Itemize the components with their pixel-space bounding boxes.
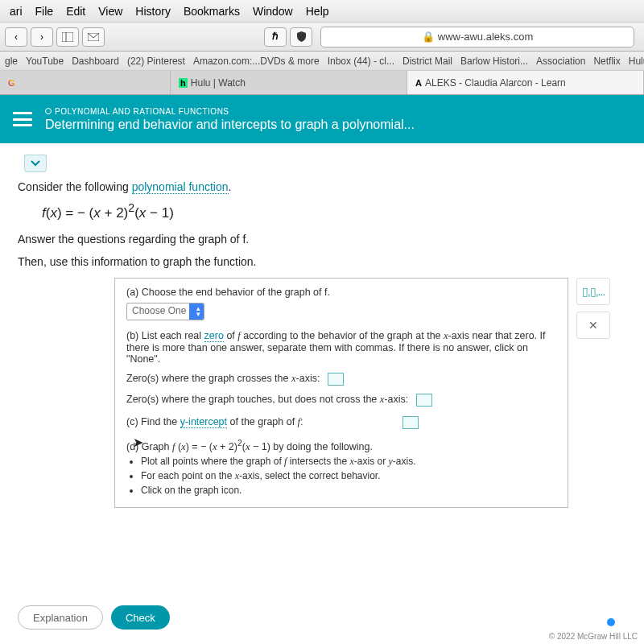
svg-rect-0	[62, 32, 73, 42]
copyright-text: © 2022 McGraw Hill LLC	[543, 629, 644, 644]
instructions-1: Answer the questions regarding the graph…	[18, 233, 626, 246]
tool-column: ▯,▯,... ✕	[576, 278, 610, 508]
address-bar[interactable]: 🔒 www-awu.aleks.com	[320, 27, 634, 47]
crosses-input[interactable]	[328, 373, 344, 386]
tab-bar: G h Hulu | Watch A ALEKS - Claudia Alarc…	[0, 71, 644, 95]
bookmark-item[interactable]: Barlow Histori...	[460, 56, 528, 67]
question-area: Consider the following polynomial functi…	[0, 143, 644, 508]
browser-toolbar: ‹ › ℏ 🔒 www-awu.aleks.com	[0, 23, 644, 52]
menu-button[interactable]	[13, 112, 32, 126]
app-name: ari	[3, 5, 29, 18]
plot-point-icon	[607, 618, 615, 626]
bookmark-item[interactable]: YouTube	[26, 56, 64, 67]
bookmark-item[interactable]: Hulu	[629, 56, 644, 67]
menu-help[interactable]: Help	[299, 5, 336, 18]
hulu-shortcut-button[interactable]: ℏ	[264, 27, 287, 47]
bookmark-item[interactable]: District Mail	[402, 56, 452, 67]
back-button[interactable]: ‹	[5, 27, 27, 47]
topic-category: POLYNOMIAL AND RATIONAL FUNCTIONS	[45, 107, 415, 116]
action-bar: Explanation Check	[18, 605, 170, 630]
hulu-icon: h	[179, 78, 188, 88]
part-b: (b) List each real zero of f according t…	[126, 330, 556, 407]
topic-header: POLYNOMIAL AND RATIONAL FUNCTIONS Determ…	[0, 95, 644, 143]
sidebar-button[interactable]	[56, 27, 79, 47]
collapse-toggle[interactable]	[24, 155, 47, 172]
part-d: (d) Graph f (x) = − (x + 2)2(x − 1) by d…	[126, 439, 556, 496]
forward-button[interactable]: ›	[31, 27, 53, 47]
part-a: (a) Choose the end behavior of the graph…	[126, 287, 556, 320]
shield-button[interactable]	[290, 27, 312, 47]
zero-link[interactable]: zero	[204, 330, 224, 342]
touches-label: Zero(s) where the graph touches, but doe…	[126, 394, 408, 405]
tab-label: Hulu | Watch	[191, 77, 246, 89]
tab-label: ALEKS - Claudia Alarcon - Learn	[425, 77, 566, 89]
aleks-icon: A	[415, 78, 422, 88]
menu-file[interactable]: File	[29, 5, 60, 18]
keypad-icon: ▯,▯,...	[582, 285, 605, 298]
envelope-icon	[88, 33, 99, 41]
bookmark-item[interactable]: Dashboard	[72, 56, 119, 67]
close-icon: ✕	[588, 319, 598, 332]
function-formula: f(x) = − (x + 2)2(x − 1)	[42, 201, 626, 221]
select-arrows-icon: ▴▾	[196, 306, 200, 317]
menu-window[interactable]: Window	[246, 5, 299, 18]
mouse-cursor-icon: ➤	[133, 435, 143, 450]
bookmark-item[interactable]: Association	[536, 56, 585, 67]
sidebar-icon	[62, 32, 73, 42]
bookmark-item[interactable]: (22) Pinterest	[127, 56, 185, 67]
shield-icon	[297, 31, 306, 42]
bookmark-item[interactable]: Netflix	[593, 56, 620, 67]
google-icon: G	[8, 78, 15, 88]
check-button[interactable]: Check	[111, 605, 170, 630]
chevron-down-icon	[31, 160, 40, 167]
answer-box: (a) Choose the end behavior of the graph…	[114, 278, 568, 508]
bullet-1: Plot all points where the graph of f int…	[141, 456, 556, 468]
instructions-2: Then, use this information to graph the …	[18, 255, 626, 268]
bookmark-item[interactable]: Amazon.com:...DVDs & more	[193, 56, 320, 67]
tab-google[interactable]: G	[0, 71, 171, 94]
crosses-label: Zero(s) where the graph crosses the x-ax…	[126, 373, 320, 384]
bookmark-item[interactable]: gle	[5, 56, 18, 67]
end-behavior-select[interactable]: Choose One ▴▾	[126, 303, 204, 320]
polynomial-function-link[interactable]: polynomial function	[132, 180, 229, 194]
bullet-icon	[45, 108, 52, 114]
explanation-button[interactable]: Explanation	[18, 605, 103, 630]
bullet-2: For each point on the x-axis, select the…	[141, 470, 556, 482]
bookmark-item[interactable]: Inbox (44) - cl...	[328, 56, 394, 67]
y-intercept-link[interactable]: y-intercept	[180, 416, 227, 428]
os-menu-bar: ari File Edit View History Bookmarks Win…	[0, 0, 644, 23]
y-intercept-input[interactable]	[402, 416, 419, 429]
bullet-3: Click on the graph icon.	[141, 485, 556, 496]
menu-bookmarks[interactable]: Bookmarks	[177, 5, 246, 18]
close-tool-button[interactable]: ✕	[576, 312, 610, 339]
prompt-line-1: Consider the following polynomial functi…	[18, 180, 626, 193]
mail-button[interactable]	[82, 27, 105, 47]
page-content: POLYNOMIAL AND RATIONAL FUNCTIONS Determ…	[0, 95, 644, 644]
touches-input[interactable]	[416, 394, 432, 407]
topic-title: Determining end behavior and intercepts …	[45, 118, 415, 132]
part-c: (c) Find the y-intercept of the graph of…	[126, 416, 556, 429]
lock-icon: 🔒	[422, 31, 435, 43]
bookmarks-bar: gle YouTube Dashboard (22) Pinterest Ama…	[0, 52, 644, 71]
menu-edit[interactable]: Edit	[60, 5, 92, 18]
tab-hulu[interactable]: h Hulu | Watch	[171, 71, 407, 94]
url-text: www-awu.aleks.com	[438, 31, 533, 43]
keypad-button[interactable]: ▯,▯,...	[576, 278, 610, 305]
menu-history[interactable]: History	[129, 5, 177, 18]
tab-aleks[interactable]: A ALEKS - Claudia Alarcon - Learn	[407, 71, 644, 94]
menu-view[interactable]: View	[92, 5, 129, 18]
